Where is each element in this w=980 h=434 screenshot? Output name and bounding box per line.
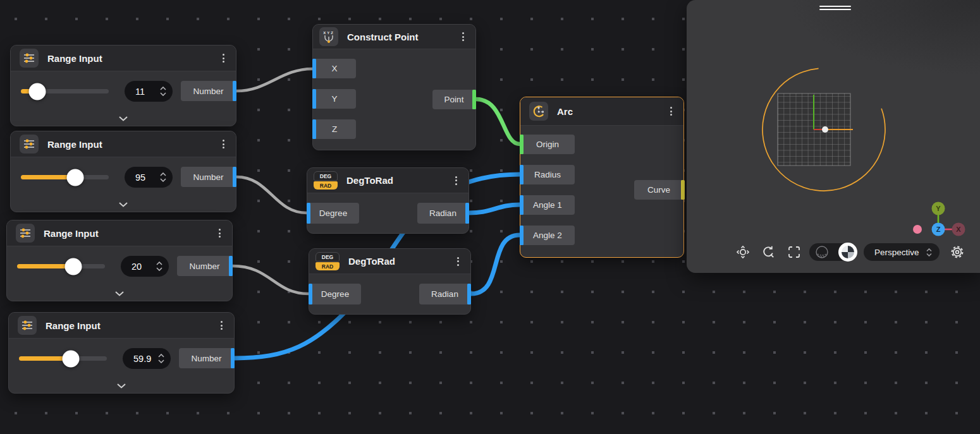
collapse-chevron-icon[interactable] — [114, 114, 132, 123]
number-input[interactable]: 11 — [125, 81, 173, 102]
degree-port-connector[interactable] — [309, 284, 312, 304]
radian-port-connector[interactable] — [465, 203, 469, 224]
output-port-number[interactable]: Number — [177, 256, 232, 276]
y-port-connector[interactable] — [312, 89, 316, 109]
number-port-connector[interactable] — [229, 256, 233, 276]
node-degtorad-1[interactable]: DEG RAD DegToRad Degree Radian — [307, 167, 469, 234]
kebab-menu-icon[interactable] — [460, 30, 467, 44]
range-slider[interactable] — [21, 81, 109, 102]
node-range-input-1[interactable]: Range Input 11 Number — [10, 45, 236, 126]
node-arc[interactable]: Arc Origin Radius Angle 1 Angle 2 Curve — [520, 97, 684, 258]
input-port-x[interactable]: X — [313, 59, 356, 78]
number-value[interactable]: 11 — [135, 87, 160, 97]
z-port-connector[interactable] — [312, 119, 316, 139]
kebab-menu-icon[interactable] — [220, 51, 227, 65]
node-construct-point[interactable]: XYZ Construct Point X Y Z Point — [312, 24, 476, 150]
collapse-chevron-icon[interactable] — [111, 289, 128, 298]
node-header[interactable]: Arc — [520, 97, 683, 126]
node-range-input-3[interactable]: Range Input 20 Number — [6, 220, 233, 301]
range-slider[interactable] — [19, 348, 107, 369]
stepper-arrows[interactable] — [156, 262, 162, 271]
wire-range2-number-to-degtorad1-degree[interactable] — [236, 177, 307, 213]
input-port-angle2[interactable]: Angle 2 — [520, 226, 575, 245]
number-input[interactable]: 95 — [125, 167, 173, 188]
input-port-origin[interactable]: Origin — [520, 135, 575, 154]
range-slider[interactable] — [21, 167, 109, 188]
point-port-connector[interactable] — [472, 90, 476, 109]
wireframe-sphere-icon[interactable] — [815, 245, 829, 259]
number-input[interactable]: 59.9 — [123, 348, 171, 369]
radian-port-connector[interactable] — [467, 284, 471, 304]
axis-negative-x-dot[interactable] — [913, 225, 922, 234]
input-port-z[interactable]: Z — [313, 119, 356, 139]
axis-gizmo[interactable]: Y X Z — [913, 202, 965, 236]
slider-thumb[interactable] — [64, 258, 82, 275]
kebab-menu-icon[interactable] — [220, 137, 227, 151]
number-port-connector[interactable] — [233, 81, 236, 101]
wire-constructpoint-point-to-arc-origin[interactable] — [476, 99, 520, 144]
origin-port-connector[interactable] — [520, 135, 524, 154]
number-port-connector[interactable] — [233, 167, 236, 187]
node-degtorad-2[interactable]: DEG RAD DegToRad Degree Radian — [309, 248, 471, 315]
kebab-menu-icon[interactable] — [216, 226, 223, 240]
input-port-angle1[interactable]: Angle 1 — [520, 195, 575, 215]
shaded-sphere-icon[interactable] — [838, 243, 857, 262]
slider-thumb[interactable] — [29, 83, 46, 100]
radius-port-connector[interactable] — [520, 165, 524, 184]
number-value[interactable]: 20 — [132, 262, 156, 272]
node-header[interactable]: DEG RAD DegToRad — [307, 168, 469, 193]
node-editor-canvas[interactable]: Range Input 11 Number Range Input — [0, 0, 980, 434]
wire-degtorad1-radian-to-arc-angle1[interactable] — [469, 205, 520, 213]
curve-port-connector[interactable] — [681, 180, 685, 200]
number-value[interactable]: 95 — [135, 172, 160, 183]
output-port-radian[interactable]: Radian — [419, 284, 470, 304]
slider-thumb[interactable] — [67, 169, 84, 186]
node-header[interactable]: Range Input — [7, 220, 232, 246]
input-port-degree[interactable]: Degree — [307, 203, 359, 224]
wire-degtorad2-radian-to-arc-angle2[interactable] — [471, 235, 520, 294]
collapse-chevron-icon[interactable] — [114, 200, 132, 208]
kebab-menu-icon[interactable] — [453, 174, 460, 188]
preview-viewport-panel[interactable]: Y X Z — [687, 0, 980, 273]
stepper-arrows[interactable] — [160, 87, 166, 96]
camera-mode-select[interactable]: Perspective — [864, 243, 940, 261]
output-port-point[interactable]: Point — [432, 90, 475, 109]
number-value[interactable]: 59.9 — [133, 354, 158, 364]
fullscreen-button[interactable] — [787, 245, 801, 259]
input-port-radius[interactable]: Radius — [520, 165, 575, 184]
range-slider[interactable] — [17, 256, 105, 277]
collapse-chevron-icon[interactable] — [113, 382, 130, 390]
slider-thumb[interactable] — [63, 350, 80, 367]
number-port-connector[interactable] — [231, 348, 235, 368]
stepper-arrows[interactable] — [160, 172, 166, 182]
viewport-3d-scene[interactable]: Y X Z — [687, 0, 980, 273]
node-header[interactable]: Range Input — [11, 45, 236, 71]
output-port-curve[interactable]: Curve — [634, 180, 683, 200]
settings-gear-icon[interactable] — [950, 244, 965, 260]
node-range-input-2[interactable]: Range Input 95 Number — [10, 131, 236, 212]
shading-mode-toggle[interactable] — [809, 243, 857, 261]
angle2-port-connector[interactable] — [520, 226, 524, 245]
output-port-number[interactable]: Number — [179, 348, 234, 368]
node-range-input-4[interactable]: Range Input 59.9 Number — [8, 312, 235, 394]
node-header[interactable]: XYZ Construct Point — [313, 25, 475, 49]
input-port-y[interactable]: Y — [313, 89, 356, 109]
output-port-radian[interactable]: Radian — [417, 203, 469, 224]
output-port-number[interactable]: Number — [181, 81, 236, 101]
angle1-port-connector[interactable] — [520, 195, 524, 215]
reset-zoom-button[interactable] — [761, 245, 775, 259]
kebab-menu-icon[interactable] — [455, 255, 462, 268]
number-input[interactable]: 20 — [121, 256, 169, 277]
kebab-menu-icon[interactable] — [218, 318, 225, 332]
kebab-menu-icon[interactable] — [668, 104, 675, 118]
node-header[interactable]: Range Input — [11, 131, 236, 157]
node-header[interactable]: DEG RAD DegToRad — [309, 249, 470, 274]
input-port-degree[interactable]: Degree — [309, 284, 361, 304]
degree-port-connector[interactable] — [307, 203, 310, 224]
zoom-extents-button[interactable] — [736, 245, 750, 259]
stepper-arrows[interactable] — [158, 354, 164, 363]
x-port-connector[interactable] — [312, 59, 316, 78]
wire-range3-number-to-degtorad2-degree[interactable] — [233, 266, 309, 294]
wire-range1-number-to-constructpoint-x[interactable] — [236, 69, 312, 91]
output-port-number[interactable]: Number — [181, 167, 236, 187]
